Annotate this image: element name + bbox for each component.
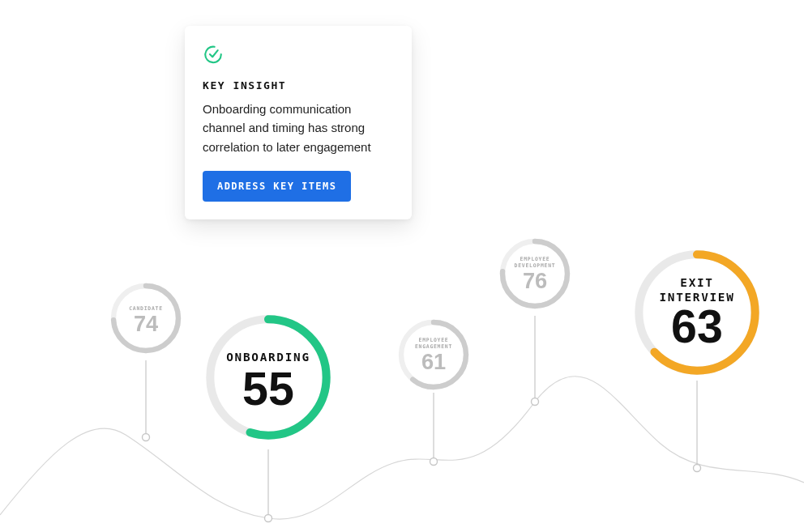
- checkmark-circle-icon: [203, 44, 224, 65]
- address-key-items-button[interactable]: ADDRESS KEY ITEMS: [203, 171, 351, 202]
- insight-heading: KEY INSIGHT: [203, 79, 394, 92]
- node-value: 76: [523, 268, 547, 293]
- insight-body: Onboarding communication channel and tim…: [203, 100, 394, 156]
- node-onboarding: ONBOARDING 55: [199, 308, 338, 447]
- node-value: 61: [421, 349, 446, 374]
- node-exit: EXIT INTERVIEW 63: [627, 243, 767, 382]
- node-candidate: CANDIDATE 74: [107, 279, 185, 357]
- node-value: 55: [242, 363, 294, 415]
- node-label-line1: EMPLOYEE: [419, 337, 449, 343]
- node-value: 63: [671, 300, 723, 352]
- node-value: 74: [134, 311, 158, 336]
- svg-point-1: [143, 434, 150, 441]
- journey-canvas: KEY INSIGHT Onboarding communication cha…: [0, 0, 804, 532]
- node-development: EMPLOYEE DEVELOPMENT 76: [496, 235, 574, 313]
- svg-point-5: [430, 458, 438, 466]
- svg-point-3: [265, 515, 272, 522]
- node-label-line1: EXIT: [680, 276, 713, 289]
- node-label-line1: EMPLOYEE: [520, 256, 550, 262]
- svg-point-7: [532, 398, 539, 406]
- node-label: ONBOARDING: [226, 351, 310, 364]
- insight-card: KEY INSIGHT Onboarding communication cha…: [185, 26, 412, 219]
- svg-point-9: [694, 465, 701, 472]
- node-engagement: EMPLOYEE ENGAGEMENT 61: [395, 316, 473, 394]
